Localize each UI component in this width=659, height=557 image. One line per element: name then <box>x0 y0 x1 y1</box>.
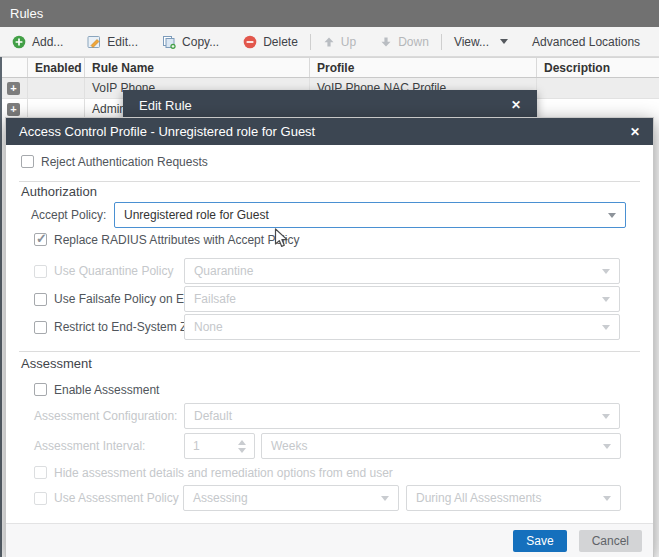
add-icon <box>12 35 26 49</box>
save-button[interactable]: Save <box>513 530 566 552</box>
dialog-title: Access Control Profile - Unregistered ro… <box>19 124 315 139</box>
assessment-interval-stepper: 1 <box>184 433 255 459</box>
column-header-rule-name[interactable]: Rule Name <box>85 58 310 77</box>
chevron-down-icon <box>602 414 610 419</box>
quarantine-policy-row: Use Quarantine Policy <box>6 258 173 284</box>
advanced-locations-button[interactable]: Advanced Locations <box>520 27 652 57</box>
accept-policy-label: Accept Policy: <box>31 202 106 228</box>
chevron-down-icon <box>603 496 611 501</box>
failsafe-policy-row: Use Failsafe Policy on Error <box>6 286 203 312</box>
close-icon[interactable]: ✕ <box>630 125 640 139</box>
close-icon[interactable]: ✕ <box>511 98 521 112</box>
chevron-down-icon <box>608 213 616 218</box>
move-down-label: Down <box>398 35 429 49</box>
column-header-enabled[interactable]: Enabled <box>28 58 85 77</box>
edit-rule-titlebar: Edit Rule ✕ <box>123 90 537 120</box>
cell-description <box>537 78 659 98</box>
hide-details-checkbox <box>34 466 47 479</box>
column-header-description[interactable]: Description <box>537 58 659 77</box>
hide-details-row: Hide assessment details and remediation … <box>34 465 393 480</box>
quarantine-policy-label: Use Quarantine Policy <box>54 264 173 278</box>
failsafe-policy-value: Failsafe <box>194 292 236 306</box>
enable-assessment-checkbox[interactable] <box>34 383 47 396</box>
edit-icon <box>87 35 101 49</box>
reject-auth-checkbox[interactable] <box>21 155 34 168</box>
enable-assessment-label: Enable Assessment <box>54 383 159 397</box>
chevron-down-icon <box>602 297 610 302</box>
assessment-interval-unit-value: Weeks <box>271 439 307 453</box>
move-down-button: Down <box>368 27 441 57</box>
reject-auth-label: Reject Authentication Requests <box>41 155 208 169</box>
move-up-button: Up <box>311 27 368 57</box>
hide-details-label: Hide assessment details and remediation … <box>54 466 393 480</box>
copy-button-label: Copy... <box>182 35 219 49</box>
table-header: Enabled Rule Name Profile Description <box>0 57 659 78</box>
use-assessment-policy-label: Use Assessment Policy <box>54 491 179 505</box>
reject-auth-row: Reject Authentication Requests <box>21 154 208 169</box>
delete-button-label: Delete <box>263 35 298 49</box>
expand-row-button[interactable]: + <box>7 82 20 95</box>
copy-button[interactable]: Copy... <box>150 27 231 57</box>
quarantine-policy-select: Quarantine <box>184 258 620 284</box>
failsafe-policy-label: Use Failsafe Policy on Error <box>54 292 203 306</box>
assessment-interval-unit-select: Weeks <box>261 433 621 459</box>
replace-radius-checkbox[interactable] <box>34 233 47 246</box>
delete-button[interactable]: Delete <box>231 27 310 57</box>
quarantine-policy-checkbox <box>34 265 47 278</box>
advanced-locations-label: Advanced Locations <box>532 35 640 49</box>
authorization-heading: Authorization <box>21 184 97 199</box>
accept-policy-value: Unregistered role for Guest <box>124 208 269 222</box>
accept-policy-select[interactable]: Unregistered role for Guest <box>114 202 626 228</box>
delete-icon <box>243 35 257 49</box>
stepper-arrows-icon <box>238 440 246 453</box>
dialog-footer: Save Cancel <box>6 523 653 557</box>
view-menu-label: View... <box>454 35 489 49</box>
chevron-down-icon <box>381 496 389 501</box>
replace-radius-row: Replace RADIUS Attributes with Accept Po… <box>34 232 299 247</box>
dialog-body: Reject Authentication Requests Authoriza… <box>6 145 653 523</box>
column-header-profile[interactable]: Profile <box>310 58 537 77</box>
up-arrow-icon <box>323 36 335 48</box>
failsafe-policy-select: Failsafe <box>184 286 620 312</box>
failsafe-policy-checkbox[interactable] <box>34 293 47 306</box>
enable-assessment-row: Enable Assessment <box>34 382 159 397</box>
assessment-interval-value: 1 <box>193 439 200 453</box>
replace-radius-label: Replace RADIUS Attributes with Accept Po… <box>54 233 299 247</box>
cancel-button[interactable]: Cancel <box>579 530 642 552</box>
move-up-label: Up <box>341 35 356 49</box>
edit-button-label: Edit... <box>107 35 138 49</box>
quarantine-policy-value: Quarantine <box>194 264 253 278</box>
assessment-interval-label: Assessment Interval: <box>34 433 145 459</box>
end-system-zone-row: Restrict to End-System Zone <box>6 314 207 340</box>
expand-row-button[interactable]: + <box>7 103 20 116</box>
mouse-cursor <box>274 228 289 249</box>
chevron-down-icon <box>500 39 508 44</box>
access-control-profile-dialog: Access Control Profile - Unregistered ro… <box>5 117 654 557</box>
assessment-config-value: Default <box>194 409 232 423</box>
rules-panel-title: Rules <box>0 0 659 27</box>
assessment-policy-when-select: During All Assessments <box>406 485 621 511</box>
edit-rule-title: Edit Rule <box>139 98 192 113</box>
down-arrow-icon <box>380 36 392 48</box>
chevron-down-icon <box>603 444 611 449</box>
copy-icon <box>162 35 176 49</box>
end-system-zone-checkbox[interactable] <box>34 321 47 334</box>
use-assessment-policy-checkbox <box>34 492 47 505</box>
use-assessment-policy-row: Use Assessment Policy <box>6 485 179 511</box>
edit-rule-dialog: Edit Rule ✕ <box>123 90 537 120</box>
column-header-expand <box>0 58 28 77</box>
assessment-policy-select: Assessing <box>183 485 399 511</box>
view-menu-button[interactable]: View... <box>442 27 520 57</box>
chevron-down-icon <box>602 269 610 274</box>
add-button-label: Add... <box>32 35 63 49</box>
window-left-border <box>0 57 2 557</box>
section-divider <box>19 181 640 182</box>
edit-button[interactable]: Edit... <box>75 27 150 57</box>
end-system-zone-value: None <box>194 320 223 334</box>
assessment-config-label: Assessment Configuration: <box>34 403 177 429</box>
dialog-titlebar: Access Control Profile - Unregistered ro… <box>6 118 653 145</box>
chevron-down-icon <box>602 325 610 330</box>
assessment-config-select: Default <box>184 403 620 429</box>
add-button[interactable]: Add... <box>0 27 75 57</box>
assessment-heading: Assessment <box>21 356 92 371</box>
